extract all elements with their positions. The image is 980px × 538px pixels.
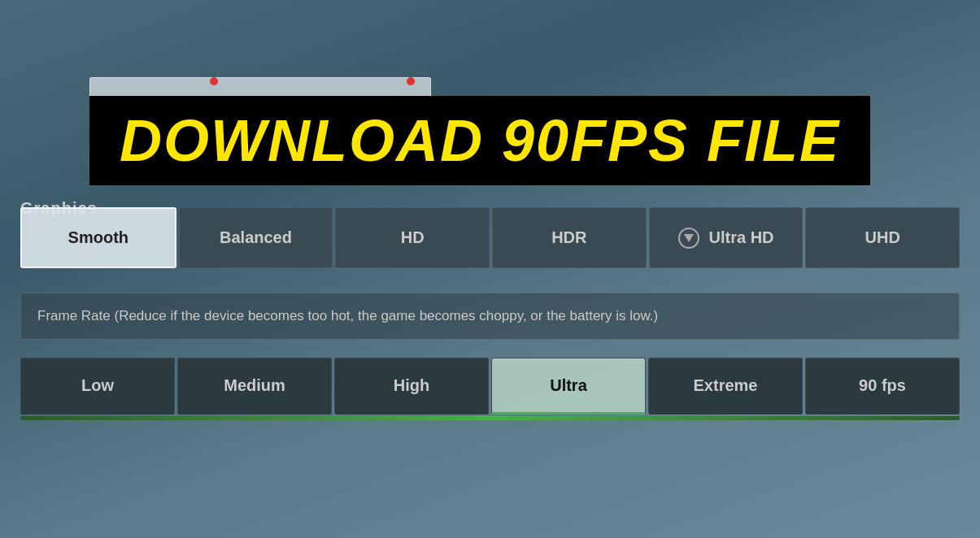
fps-tab-ultra-label: Ultra [550, 376, 587, 395]
fps-tab-medium[interactable]: Medium [177, 358, 332, 414]
fps-tab-ultra[interactable]: Ultra [491, 358, 646, 414]
red-dot-1 [210, 77, 218, 85]
fps-tab-90fps[interactable]: 90 fps [805, 358, 960, 414]
fps-tab-high[interactable]: High [334, 358, 489, 414]
fps-tab-90fps-label: 90 fps [859, 376, 906, 395]
banner-text: DOWNLOAD 90FPS FILE [120, 111, 840, 170]
download-banner[interactable]: DOWNLOAD 90FPS FILE [89, 96, 870, 185]
fps-tab-high-label: High [394, 376, 429, 395]
quality-tab-hdr[interactable]: HDR [492, 207, 647, 268]
red-dot-2 [407, 77, 415, 85]
quality-tab-hd[interactable]: HD [335, 207, 490, 268]
quality-tab-balanced-label: Balanced [220, 228, 292, 247]
fps-tab-extreme[interactable]: Extreme [648, 358, 803, 414]
quality-tab-hd-label: HD [401, 228, 425, 247]
fps-section-container: Low Medium High Ultra Extreme 90 fps [20, 358, 960, 423]
fps-tabs: Low Medium High Ultra Extreme 90 fps [20, 358, 960, 414]
frame-rate-section: Frame Rate (Reduce if the device becomes… [20, 293, 960, 340]
quality-tab-balanced[interactable]: Balanced [179, 207, 333, 268]
fps-tab-extreme-label: Extreme [694, 376, 758, 395]
quality-tab-ultra-hd[interactable]: Ultra HD [649, 207, 804, 268]
quality-tab-ultra-hd-label: Ultra HD [709, 228, 774, 247]
download-icon [678, 228, 699, 249]
fps-tab-low-label: Low [81, 376, 114, 395]
quality-tabs-container: Smooth Balanced HD HDR Ultra HD UHD [20, 207, 960, 268]
frame-rate-description: Frame Rate (Reduce if the device becomes… [37, 308, 658, 323]
fps-tab-low[interactable]: Low [20, 358, 175, 414]
quality-tab-uhd-label: UHD [865, 228, 900, 247]
download-arrow-icon [684, 234, 694, 242]
fps-tab-medium-label: Medium [224, 376, 285, 395]
fps-bottom-bar [20, 416, 960, 420]
quality-tab-smooth-label: Smooth [68, 228, 128, 247]
quality-tab-uhd[interactable]: UHD [805, 207, 960, 268]
quality-tab-hdr-label: HDR [551, 228, 586, 247]
quality-tab-smooth[interactable]: Smooth [20, 207, 176, 268]
